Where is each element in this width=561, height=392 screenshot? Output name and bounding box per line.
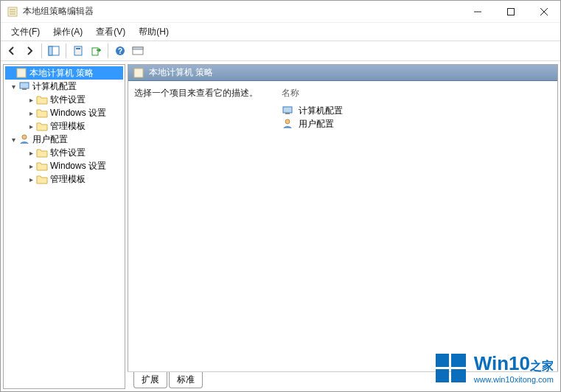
chevron-right-icon[interactable]: ▸ bbox=[26, 149, 36, 157]
watermark-brand: Win10 bbox=[474, 352, 530, 374]
chevron-right-icon[interactable]: ▸ bbox=[26, 162, 36, 170]
toolbar-separator bbox=[66, 43, 66, 58]
details-title: 本地计算机 策略 bbox=[149, 66, 213, 79]
svg-rect-10 bbox=[74, 46, 82, 55]
tree-root[interactable]: 本地计算机 策略 bbox=[5, 66, 123, 80]
description-hint: 选择一个项目来查看它的描述。 bbox=[134, 87, 274, 99]
svg-rect-19 bbox=[22, 88, 27, 90]
details-header: 本地计算机 策略 bbox=[128, 65, 557, 81]
tree-item[interactable]: ▸ 管理模板 bbox=[5, 172, 123, 186]
svg-rect-22 bbox=[283, 107, 292, 113]
nav-tree[interactable]: 本地计算机 策略 ▾ 计算机配置 ▸ 软件设置 ▸ Windows 设置 ▸ bbox=[3, 64, 125, 389]
forward-button[interactable] bbox=[21, 43, 38, 59]
svg-rect-9 bbox=[49, 46, 52, 55]
policy-doc-icon bbox=[15, 67, 27, 79]
svg-text:?: ? bbox=[118, 47, 122, 55]
tree-label: 软件设置 bbox=[50, 94, 86, 106]
settings-button[interactable] bbox=[130, 43, 146, 59]
menu-help[interactable]: 帮助(H) bbox=[133, 24, 175, 40]
list-label: 用户配置 bbox=[299, 118, 334, 130]
tree-item[interactable]: ▸ Windows 设置 bbox=[5, 159, 123, 172]
windows-logo-icon bbox=[434, 351, 468, 385]
user-icon bbox=[282, 118, 293, 130]
svg-rect-26 bbox=[451, 354, 466, 367]
back-button[interactable] bbox=[4, 43, 20, 59]
folder-icon bbox=[36, 120, 48, 132]
titlebar: 本地组策略编辑器 bbox=[1, 1, 560, 23]
svg-rect-21 bbox=[134, 69, 143, 77]
tab-extended[interactable]: 扩展 bbox=[133, 372, 167, 388]
computer-icon bbox=[18, 80, 30, 92]
list-label: 计算机配置 bbox=[299, 105, 343, 117]
tree-label: 用户配置 bbox=[32, 133, 68, 146]
folder-icon bbox=[36, 94, 48, 105]
list-item[interactable]: 用户配置 bbox=[282, 117, 551, 130]
tree-item[interactable]: ▸ 管理模板 bbox=[5, 119, 123, 133]
chevron-down-icon[interactable]: ▾ bbox=[8, 136, 18, 144]
svg-rect-27 bbox=[436, 369, 449, 382]
tree-item[interactable]: ▸ 软件设置 bbox=[5, 146, 123, 159]
maximize-button[interactable] bbox=[494, 1, 527, 22]
policy-doc-icon bbox=[133, 67, 144, 79]
chevron-right-icon[interactable]: ▸ bbox=[26, 175, 36, 183]
computer-icon bbox=[282, 105, 293, 116]
svg-point-24 bbox=[285, 119, 290, 124]
svg-rect-25 bbox=[436, 354, 449, 367]
folder-icon bbox=[36, 147, 48, 158]
tree-label: 管理模板 bbox=[50, 120, 86, 133]
tree-label: 本地计算机 策略 bbox=[29, 67, 94, 80]
export-button[interactable] bbox=[88, 43, 104, 59]
menu-action[interactable]: 操作(A) bbox=[47, 24, 88, 40]
svg-rect-12 bbox=[92, 48, 98, 55]
list-item[interactable]: 计算机配置 bbox=[282, 104, 551, 117]
minimize-button[interactable] bbox=[461, 1, 494, 22]
chevron-right-icon[interactable]: ▸ bbox=[26, 109, 36, 117]
svg-rect-17 bbox=[17, 69, 26, 77]
watermark-suffix: 之家 bbox=[530, 360, 554, 372]
tab-standard[interactable]: 标准 bbox=[169, 372, 203, 388]
chevron-right-icon[interactable]: ▸ bbox=[26, 96, 36, 104]
menu-file[interactable]: 文件(F) bbox=[5, 24, 46, 40]
user-icon bbox=[18, 133, 30, 145]
toolbar: ? bbox=[1, 41, 560, 61]
toolbar-separator bbox=[108, 43, 108, 58]
svg-rect-28 bbox=[451, 369, 466, 382]
chevron-down-icon[interactable]: ▾ bbox=[8, 83, 18, 91]
tree-label: Windows 设置 bbox=[50, 107, 106, 119]
tree-label: 管理模板 bbox=[50, 173, 86, 186]
show-tree-button[interactable] bbox=[46, 43, 62, 59]
tree-label: 软件设置 bbox=[50, 147, 86, 159]
chevron-right-icon[interactable]: ▸ bbox=[26, 122, 36, 130]
tree-user-config[interactable]: ▾ 用户配置 bbox=[5, 133, 123, 146]
app-icon bbox=[7, 6, 18, 18]
svg-rect-18 bbox=[20, 83, 29, 88]
svg-rect-11 bbox=[76, 48, 80, 49]
svg-rect-5 bbox=[507, 8, 514, 15]
tree-item[interactable]: ▸ 软件设置 bbox=[5, 93, 123, 106]
tree-label: Windows 设置 bbox=[50, 160, 106, 172]
svg-point-20 bbox=[22, 135, 27, 139]
column-header-name[interactable]: 名称 bbox=[282, 87, 551, 99]
folder-icon bbox=[36, 173, 48, 185]
folder-icon bbox=[36, 160, 48, 172]
tree-item[interactable]: ▸ Windows 设置 bbox=[5, 106, 123, 119]
svg-rect-23 bbox=[285, 113, 290, 114]
window-title: 本地组策略编辑器 bbox=[23, 5, 461, 18]
properties-button[interactable] bbox=[70, 43, 86, 59]
watermark: Win10之家 www.win10xitong.com bbox=[434, 351, 554, 385]
content-area: 本地计算机 策略 ▾ 计算机配置 ▸ 软件设置 ▸ Windows 设置 ▸ bbox=[1, 61, 560, 391]
watermark-url: www.win10xitong.com bbox=[474, 375, 554, 384]
menu-view[interactable]: 查看(V) bbox=[90, 24, 131, 40]
folder-icon bbox=[36, 107, 48, 119]
tree-label: 计算机配置 bbox=[32, 80, 77, 93]
toolbar-separator bbox=[41, 43, 42, 58]
details-panel: 本地计算机 策略 选择一个项目来查看它的描述。 名称 计算机配置 bbox=[128, 64, 558, 372]
close-button[interactable] bbox=[527, 1, 560, 22]
tree-computer-config[interactable]: ▾ 计算机配置 bbox=[5, 80, 123, 93]
help-button[interactable]: ? bbox=[112, 43, 128, 59]
menubar: 文件(F) 操作(A) 查看(V) 帮助(H) bbox=[1, 23, 560, 41]
svg-rect-16 bbox=[133, 47, 143, 49]
